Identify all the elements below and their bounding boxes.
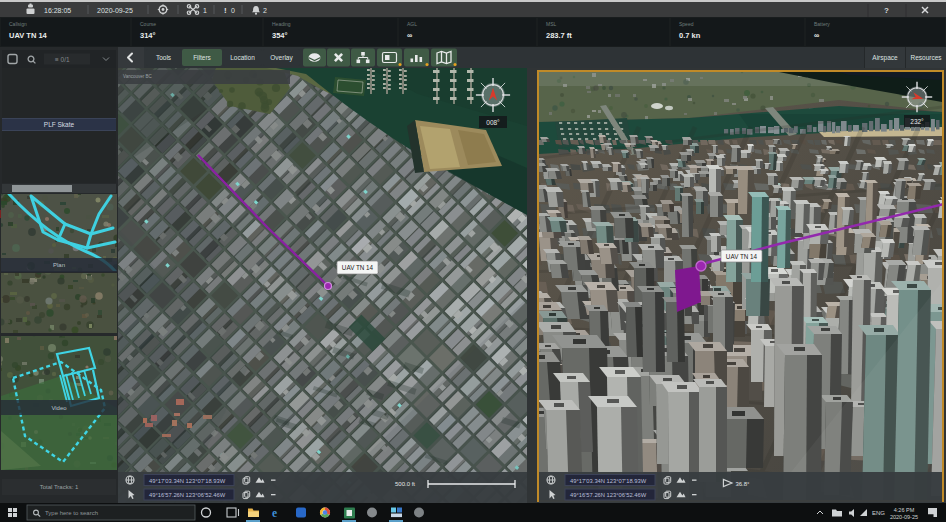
svg-text:2020-09-25: 2020-09-25 — [890, 514, 918, 520]
svg-text:2: 2 — [263, 7, 267, 14]
svg-text:0: 0 — [231, 7, 235, 14]
svg-text:16:28:05: 16:28:05 — [44, 7, 71, 14]
svg-text:4:26 PM: 4:26 PM — [894, 507, 915, 513]
svg-text:49°17'03.34N 123°07'18.93W: 49°17'03.34N 123°07'18.93W — [570, 478, 647, 484]
svg-text:2020-09-25: 2020-09-25 — [97, 7, 133, 14]
svg-text:!: ! — [224, 6, 227, 15]
svg-text:49°16'57.26N 123°06'52.46W: 49°16'57.26N 123°06'52.46W — [149, 492, 226, 498]
svg-text:Type here to search: Type here to search — [45, 510, 98, 516]
svg-text:Location: Location — [230, 54, 255, 61]
svg-text:Tools: Tools — [156, 54, 172, 61]
svg-text:49°17'03.34N 123°07'18.93W: 49°17'03.34N 123°07'18.93W — [149, 478, 226, 484]
svg-text:500.0 ft: 500.0 ft — [395, 481, 415, 487]
svg-text:008°: 008° — [486, 119, 500, 126]
svg-text:UAV TN 14: UAV TN 14 — [726, 253, 758, 260]
svg-text:ENG: ENG — [872, 510, 885, 516]
svg-text:≡ 0/1: ≡ 0/1 — [55, 56, 70, 63]
svg-text:232°: 232° — [910, 118, 924, 125]
svg-text:1: 1 — [203, 7, 207, 14]
svg-text:?: ? — [884, 6, 889, 15]
svg-text:Filters: Filters — [193, 54, 211, 61]
svg-text:UAV TN 14: UAV TN 14 — [342, 264, 374, 271]
svg-text:Overlay: Overlay — [270, 54, 293, 62]
svg-text:36.8°: 36.8° — [735, 481, 750, 487]
svg-text:49°16'57.26N 123°06'52.46W: 49°16'57.26N 123°06'52.46W — [570, 492, 647, 498]
svg-text:e: e — [272, 507, 277, 519]
